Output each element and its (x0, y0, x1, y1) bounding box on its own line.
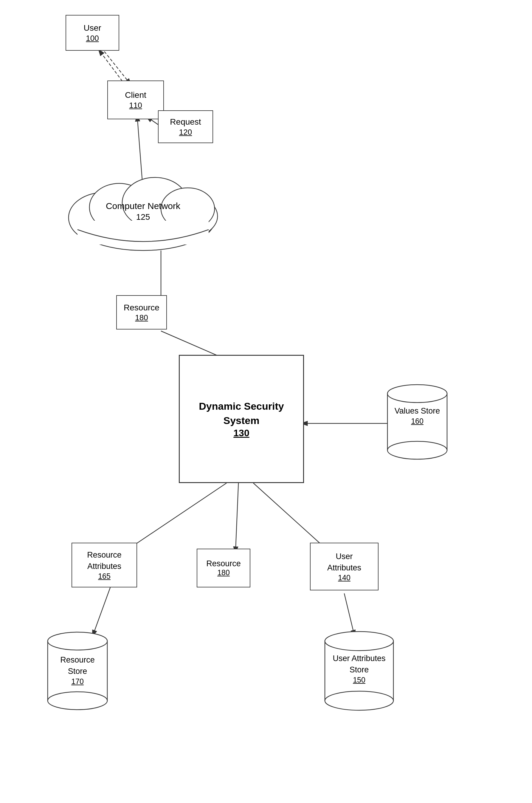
resource-bottom-id: 180 (217, 568, 230, 577)
resource-top-label: Resource (124, 302, 159, 313)
resource-bottom-box: Resource 180 (197, 549, 250, 587)
resource-store-cylinder: ResourceStore 170 (45, 629, 110, 713)
user-attrs-box: UserAttributes 140 (310, 543, 379, 591)
network-id: 125 (60, 212, 227, 222)
resource-attrs-label: ResourceAttributes (87, 549, 121, 572)
svg-point-22 (387, 385, 447, 403)
svg-point-25 (48, 632, 107, 650)
client-box: Client 110 (107, 80, 164, 119)
user-attrs-store-cylinder: User AttributesStore 150 (322, 629, 396, 716)
resource-bottom-label: Resource (206, 559, 241, 568)
resource-attrs-id: 165 (98, 572, 111, 581)
client-id: 110 (129, 101, 142, 110)
dss-id: 130 (233, 428, 249, 438)
client-label: Client (125, 90, 146, 100)
values-store-label: Values Store (384, 406, 450, 417)
dss-label: Dynamic SecuritySystem (199, 399, 284, 428)
network-cloud: Computer Network 125 (60, 161, 227, 254)
resource-attrs-box: ResourceAttributes 165 (72, 543, 137, 587)
network-label: Computer Network (60, 200, 227, 212)
svg-line-10 (235, 483, 239, 553)
diagram: User 100 Client 110 Request 120 Computer… (0, 0, 532, 803)
svg-point-29 (325, 691, 394, 710)
user-attrs-store-id: 150 (322, 676, 396, 684)
user-id: 100 (86, 34, 99, 43)
svg-line-9 (122, 483, 227, 553)
user-attrs-label: UserAttributes (327, 551, 361, 574)
user-attrs-store-label: User AttributesStore (322, 653, 396, 676)
values-store-cylinder: Values Store 160 (384, 382, 450, 462)
resource-store-id: 170 (45, 677, 110, 686)
user-box: User 100 (65, 15, 119, 51)
request-box: Request 120 (158, 110, 213, 143)
request-label: Request (170, 117, 201, 127)
resource-store-label: ResourceStore (45, 654, 110, 677)
svg-point-26 (48, 692, 107, 710)
request-id: 120 (179, 128, 192, 137)
resource-top-id: 180 (135, 313, 148, 322)
values-store-id: 160 (384, 417, 450, 426)
dss-box: Dynamic SecuritySystem 130 (179, 355, 304, 483)
svg-line-2 (101, 48, 131, 85)
user-label: User (83, 23, 101, 33)
resource-top-box: Resource 180 (116, 295, 167, 330)
svg-point-23 (387, 441, 447, 459)
svg-point-28 (325, 632, 394, 651)
user-attrs-id: 140 (338, 573, 350, 582)
svg-line-3 (98, 49, 125, 85)
